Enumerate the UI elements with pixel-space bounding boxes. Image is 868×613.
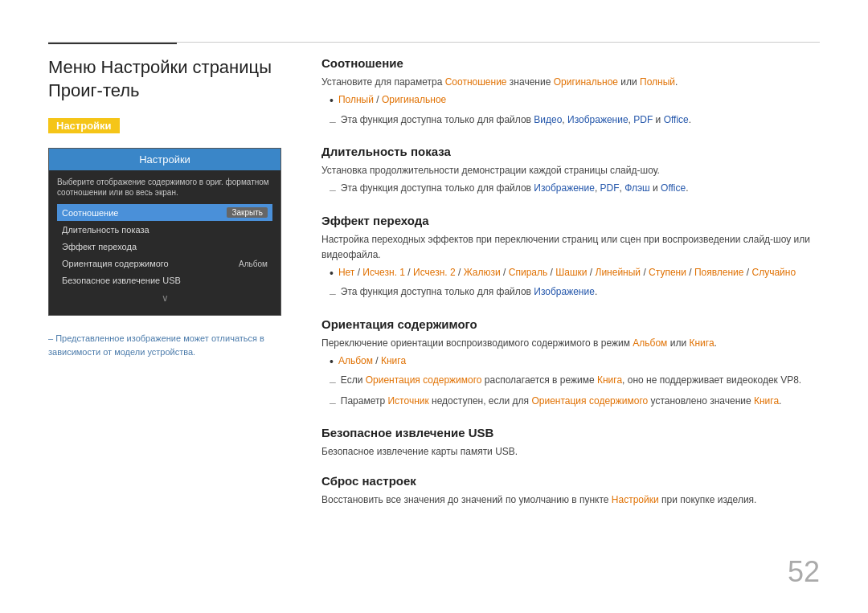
bullet-dot: •	[330, 92, 334, 109]
settings-menu-item-2[interactable]: Длительность показа	[57, 222, 272, 238]
menu-item-label-3: Эффект перехода	[62, 242, 137, 251]
left-column: Меню Настройки страницы Проиг-тель Настр…	[48, 56, 297, 358]
bullet-text-orientation: Альбом / Книга	[338, 353, 406, 369]
page-number: 52	[788, 555, 820, 589]
section-text-usb: Безопасное извлечение карты памяти USB.	[321, 444, 820, 460]
settings-menu-item-5[interactable]: Безопасное извлечение USB	[57, 272, 272, 288]
section-title-sootnoshenie: Соотношение	[321, 56, 820, 70]
bullet-sootnoshenie: • Полный / Оригинальное	[330, 92, 820, 109]
dash-text-effect: Эта функция доступна только для файлов И…	[341, 284, 597, 300]
dash-orientation-2: – Параметр Источник недоступен, если для…	[330, 394, 820, 411]
settings-menu-item-3[interactable]: Эффект перехода	[57, 239, 272, 255]
bullet-dot-2: •	[330, 264, 334, 282]
dash-text-dlitelnost: Эта функция доступна только для файлов И…	[341, 181, 689, 196]
bullet-dot-3: •	[330, 353, 334, 370]
dash-effect: – Эта функция доступна только для файлов…	[330, 284, 820, 302]
dash-dlitelnost: – Эта функция доступна только для файлов…	[330, 181, 820, 198]
section-title-dlitelnost: Длительность показа	[321, 145, 820, 158]
section-text-effect-1: Настройка переходных эффектов при перекл…	[321, 232, 820, 263]
section-effect: Эффект перехода Настройка переходных эфф…	[321, 214, 820, 303]
section-title-orientation: Ориентация содержимого	[321, 317, 820, 331]
settings-panel-arrow: ∨	[57, 289, 272, 309]
dash-sym-3: –	[330, 284, 336, 302]
bullet-orientation: • Альбом / Книга	[330, 353, 820, 370]
right-column: Соотношение Установите для параметра Соо…	[321, 56, 820, 522]
settings-badge: Настройки	[48, 118, 120, 133]
section-usb: Безопасное извлечение USB Безопасное изв…	[321, 426, 820, 460]
section-title-usb: Безопасное извлечение USB	[321, 426, 820, 439]
menu-item-label-2: Длительность показа	[62, 225, 149, 235]
bullet-effect: • Нет / Исчезн. 1 / Исчезн. 2 / Жалюзи /…	[330, 265, 820, 282]
section-dlitelnost: Длительность показа Установка продолжите…	[321, 145, 820, 199]
bullet-text-sootnoshenie: Полный / Оригинальное	[338, 92, 446, 108]
dash-text-orientation-2: Параметр Источник недоступен, если для О…	[341, 394, 782, 409]
settings-panel-desc: Выберите отображение содержимого в ориг.…	[57, 177, 272, 198]
section-reset: Сброс настроек Восстановить все значения…	[321, 474, 820, 508]
menu-item-label-5: Безопасное извлечение USB	[62, 276, 181, 285]
section-text-orientation-1: Переключение ориентации воспроизводимого…	[321, 336, 820, 351]
dash-sym-4: –	[330, 373, 336, 390]
settings-panel: Настройки Выберите отображение содержимо…	[48, 148, 281, 316]
menu-item-label-1: Соотношение	[62, 208, 118, 218]
section-sootnoshenie: Соотношение Установите для параметра Соо…	[321, 56, 820, 130]
dash-sym: –	[330, 112, 336, 130]
menu-item-label-4: Ориентация содержимого	[62, 259, 169, 268]
section-title-effect: Эффект перехода	[321, 214, 820, 227]
section-orientation: Ориентация содержимого Переключение орие…	[321, 317, 820, 411]
dash-text-sootnoshenie: Эта функция доступна только для файлов В…	[341, 112, 691, 128]
dash-sootnoshenie: – Эта функция доступна только для файлов…	[330, 112, 820, 130]
dash-sym-5: –	[330, 394, 336, 411]
settings-panel-title: Настройки	[49, 149, 280, 170]
section-title-reset: Сброс настроек	[321, 474, 820, 488]
dash-text-orientation-1: Если Ориентация содержимого располагаетс…	[341, 373, 801, 388]
section-text-sootnoshenie-1: Установите для параметра Соотношение зна…	[321, 75, 820, 90]
dash-sym-2: –	[330, 181, 336, 198]
dash-orientation-1: – Если Ориентация содержимого располагае…	[330, 373, 820, 390]
section-text-reset: Восстановить все значения до значений по…	[321, 492, 820, 508]
section-text-dlitelnost-1: Установка продолжительности демонстрации…	[321, 163, 820, 178]
bullet-text-effect: Нет / Исчезн. 1 / Исчезн. 2 / Жалюзи / С…	[338, 265, 796, 280]
top-line	[48, 42, 820, 43]
settings-menu-item-4[interactable]: Ориентация содержимого Альбом	[57, 255, 272, 272]
close-button[interactable]: Закрыть	[227, 207, 268, 218]
settings-panel-body: Выберите отображение содержимого в ориг.…	[49, 170, 280, 315]
panel-note: – Представленное изображение может отлич…	[48, 332, 297, 358]
menu-item-value-4: Альбом	[239, 260, 268, 268]
settings-menu-item-1[interactable]: Соотношение Закрыть	[57, 204, 272, 221]
page-title: Меню Настройки страницы Проиг-тель	[48, 56, 297, 102]
